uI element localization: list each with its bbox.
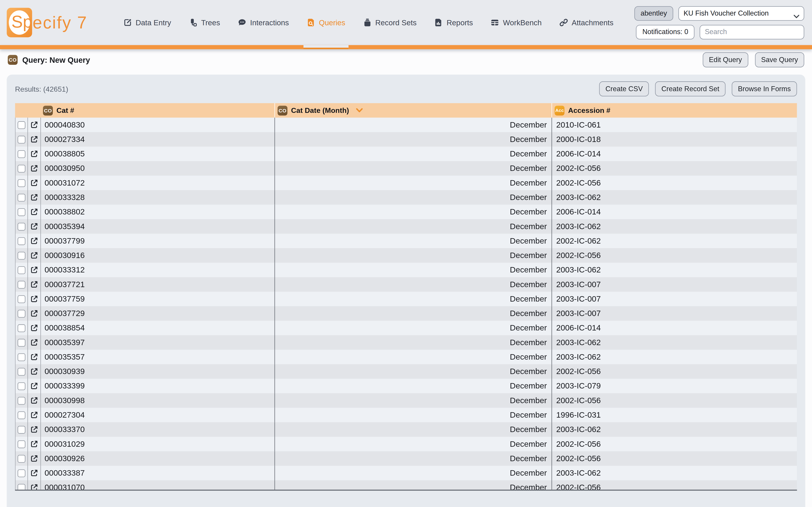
- row-checkbox[interactable]: [18, 426, 25, 434]
- nav-item-data-entry[interactable]: Data Entry: [122, 18, 173, 27]
- external-link-icon[interactable]: [30, 208, 38, 216]
- row-checkbox[interactable]: [18, 309, 25, 317]
- external-link-icon[interactable]: [30, 353, 38, 361]
- cat-date-month-cell: December: [275, 466, 552, 480]
- row-checkbox[interactable]: [18, 121, 25, 129]
- cat-number-cell: 000033312: [41, 263, 275, 277]
- collection-select[interactable]: KU Fish Voucher Collection: [678, 6, 804, 20]
- external-link-icon[interactable]: [30, 324, 38, 332]
- nav-item-workbench[interactable]: WorkBench: [489, 18, 543, 27]
- cat-number-cell: 000027304: [41, 408, 275, 422]
- table-row: 000030916 December 2002-IC-056: [15, 248, 797, 263]
- external-link-icon[interactable]: [30, 440, 38, 448]
- external-link-icon[interactable]: [30, 469, 38, 477]
- external-link-icon[interactable]: [30, 338, 38, 347]
- external-link-icon[interactable]: [30, 309, 38, 318]
- results-count: Results: (42651): [15, 84, 68, 93]
- row-checkbox[interactable]: [18, 251, 25, 259]
- column-header-accession-number[interactable]: Acc Accession #: [551, 103, 797, 118]
- external-link-icon[interactable]: [30, 251, 38, 260]
- cat-date-month-cell: December: [275, 481, 552, 491]
- jar-icon: [363, 18, 372, 27]
- nav-item-trees[interactable]: Trees: [187, 18, 222, 27]
- search-input[interactable]: [700, 24, 804, 39]
- row-checkbox[interactable]: [18, 411, 25, 419]
- cat-date-month-cell: December: [275, 292, 552, 306]
- cat-number-cell: 000033399: [41, 379, 275, 393]
- row-checkbox[interactable]: [18, 266, 25, 274]
- collection-select-wrap: KU Fish Voucher Collection: [678, 6, 804, 20]
- column-header-cat-number[interactable]: CO Cat #: [41, 103, 274, 118]
- nav-item-attachments[interactable]: Attachments: [558, 18, 615, 27]
- cat-date-month-cell: December: [275, 132, 552, 147]
- row-checkbox[interactable]: [18, 295, 25, 303]
- row-checkbox[interactable]: [18, 150, 25, 158]
- header-accent-bar: [0, 45, 812, 49]
- accession-number-cell: 2003-IC-062: [552, 219, 797, 234]
- external-link-icon[interactable]: [30, 454, 38, 463]
- row-checkbox[interactable]: [18, 281, 25, 288]
- external-link-icon[interactable]: [30, 193, 38, 202]
- user-button[interactable]: abentley: [634, 6, 673, 20]
- external-link-icon[interactable]: [30, 164, 38, 173]
- cat-date-month-cell: December: [275, 263, 552, 277]
- column-header-cat-date-month[interactable]: CO Cat Date (Month): [274, 103, 551, 118]
- external-link-icon[interactable]: [30, 295, 38, 303]
- external-link-icon[interactable]: [30, 222, 38, 231]
- external-link-icon[interactable]: [30, 425, 38, 434]
- external-link-icon[interactable]: [30, 266, 38, 274]
- save-query-button[interactable]: Save Query: [755, 52, 804, 67]
- row-checkbox[interactable]: [18, 339, 25, 346]
- row-checkbox[interactable]: [18, 208, 25, 216]
- nav-item-interactions[interactable]: Interactions: [236, 18, 290, 27]
- notifications-button[interactable]: Notifications: 0: [636, 24, 694, 39]
- row-checkbox[interactable]: [18, 484, 25, 491]
- row-checkbox[interactable]: [18, 368, 25, 376]
- row-checkbox[interactable]: [18, 382, 25, 390]
- row-checkbox[interactable]: [18, 193, 25, 201]
- row-checkbox[interactable]: [18, 440, 25, 448]
- nav-item-record-sets[interactable]: Record Sets: [361, 18, 418, 27]
- table-row: 000031072 December 2002-IC-056: [15, 176, 797, 190]
- external-link-icon[interactable]: [30, 396, 38, 405]
- cat-date-month-cell: December: [275, 234, 552, 248]
- row-checkbox[interactable]: [18, 455, 25, 462]
- external-link-icon[interactable]: [30, 483, 38, 491]
- row-checkbox[interactable]: [18, 237, 25, 245]
- row-checkbox[interactable]: [18, 179, 25, 187]
- row-checkbox[interactable]: [18, 223, 25, 230]
- browse-in-forms-button[interactable]: Browse In Forms: [732, 81, 797, 96]
- external-link-icon[interactable]: [30, 411, 38, 419]
- external-link-icon[interactable]: [30, 150, 38, 158]
- row-checkbox[interactable]: [18, 165, 25, 172]
- row-checkbox[interactable]: [18, 397, 25, 404]
- external-link-icon[interactable]: [30, 382, 38, 390]
- cat-number-cell: 000035357: [41, 350, 275, 364]
- row-checkbox[interactable]: [18, 353, 25, 361]
- cat-date-month-cell: December: [275, 219, 552, 234]
- nav-item-queries[interactable]: Queries: [305, 18, 347, 27]
- specify-logo[interactable]: Sp ecify 7: [7, 8, 87, 37]
- table-row: 000037729 December 2003-IC-007: [15, 306, 797, 321]
- create-record-set-button[interactable]: Create Record Set: [655, 81, 726, 96]
- create-csv-button[interactable]: Create CSV: [599, 81, 649, 96]
- external-link-icon[interactable]: [30, 367, 38, 376]
- nav-label: Trees: [201, 18, 220, 26]
- external-link-icon[interactable]: [30, 135, 38, 144]
- collection-object-badge-icon: CO: [43, 105, 53, 115]
- row-checkbox[interactable]: [18, 135, 25, 143]
- nav-item-reports[interactable]: Reports: [433, 18, 475, 27]
- external-link-icon[interactable]: [30, 121, 38, 129]
- external-link-icon[interactable]: [30, 179, 38, 187]
- external-link-icon[interactable]: [30, 237, 38, 245]
- table-row: 000035394 December 2003-IC-062: [15, 219, 797, 234]
- cat-number-cell: 000033387: [41, 466, 275, 480]
- accession-number-cell: 2003-IC-062: [552, 466, 797, 480]
- row-checkbox[interactable]: [18, 324, 25, 332]
- accession-number-cell: 2003-IC-007: [552, 277, 797, 292]
- chat-bubble-icon: [238, 18, 246, 27]
- cat-number-cell: 000030998: [41, 393, 275, 408]
- external-link-icon[interactable]: [30, 280, 38, 289]
- row-checkbox[interactable]: [18, 469, 25, 477]
- edit-query-button[interactable]: Edit Query: [703, 52, 748, 67]
